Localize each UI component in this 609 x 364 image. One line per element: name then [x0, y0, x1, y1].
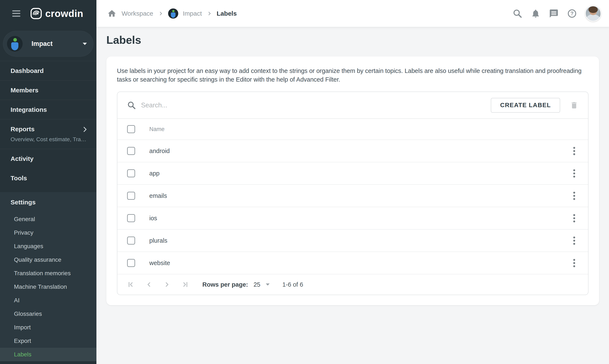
- label-row: website: [117, 252, 588, 274]
- project-name: Impact: [31, 40, 53, 48]
- sidebar-item-integrations[interactable]: Integrations: [0, 100, 96, 119]
- content: Labels Use labels in your project for an…: [96, 27, 609, 364]
- row-checkbox[interactable]: [127, 192, 135, 200]
- sidebar-item-translation-memories[interactable]: Translation memories: [0, 267, 96, 280]
- label-name: android: [149, 148, 170, 155]
- sidebar-item-subtitle: Overview, Cost estimate, Transl…: [11, 136, 88, 143]
- row-menu-icon[interactable]: [570, 145, 578, 156]
- sidebar-item-label: Integrations: [11, 106, 47, 113]
- sidebar-item-import[interactable]: Import: [0, 321, 96, 334]
- breadcrumb-project[interactable]: Impact: [183, 10, 202, 17]
- labels-card: Use labels in your project for an easy w…: [106, 56, 599, 305]
- chevron-right-icon: [158, 11, 163, 16]
- rows-per-page-value: 25: [253, 281, 260, 288]
- user-avatar[interactable]: [585, 5, 601, 22]
- breadcrumb-project-icon[interactable]: [168, 8, 178, 19]
- row-checkbox[interactable]: [127, 169, 135, 177]
- sidebar-header: crowdin: [0, 0, 96, 27]
- sidebar-item-label: Tools: [11, 175, 27, 182]
- sidebar-item-general[interactable]: General: [0, 212, 96, 226]
- settings-items: GeneralPrivacyLanguagesQuality assurance…: [0, 212, 96, 361]
- row-menu-icon[interactable]: [570, 168, 578, 179]
- previous-page-icon[interactable]: [145, 281, 152, 288]
- menu-icon[interactable]: [12, 10, 20, 17]
- home-icon[interactable]: [107, 8, 117, 19]
- sidebar-item-activity[interactable]: Activity: [0, 149, 96, 169]
- label-row: emails: [117, 184, 588, 207]
- search-input[interactable]: [141, 102, 491, 109]
- select-all-checkbox[interactable]: [127, 125, 135, 133]
- pagination-range: 1-6 of 6: [282, 281, 303, 288]
- sidebar-item-quality-assurance[interactable]: Quality assurance: [0, 253, 96, 267]
- sidebar-item-reports[interactable]: ReportsOverview, Cost estimate, Transl…: [0, 119, 96, 149]
- brand-name: crowdin: [45, 8, 83, 19]
- row-menu-icon[interactable]: [570, 235, 578, 246]
- label-row: app: [117, 162, 588, 184]
- search-icon[interactable]: [512, 8, 523, 19]
- sidebar-item-members[interactable]: Members: [0, 80, 96, 100]
- first-page-icon[interactable]: [127, 281, 134, 288]
- sidebar-settings-section: Settings GeneralPrivacyLanguagesQuality …: [0, 192, 96, 361]
- sidebar-item-label: Members: [11, 87, 39, 94]
- notifications-icon[interactable]: [530, 8, 541, 19]
- label-name: emails: [149, 192, 167, 199]
- page-title: Labels: [106, 34, 609, 46]
- label-row: android: [117, 140, 588, 162]
- pagination-nav: [127, 281, 189, 288]
- row-menu-icon[interactable]: [570, 190, 578, 201]
- sidebar-item-label: Dashboard: [11, 67, 44, 74]
- sidebar-item-labels[interactable]: Labels: [0, 348, 96, 361]
- caret-down-icon: [266, 284, 270, 286]
- sidebar-item-label: Activity: [11, 155, 33, 162]
- rows-per-page-select[interactable]: 25: [253, 281, 270, 288]
- row-checkbox[interactable]: [127, 259, 135, 267]
- next-page-icon[interactable]: [163, 281, 171, 288]
- sidebar-item-machine-translation[interactable]: Machine Translation: [0, 280, 96, 294]
- breadcrumb-workspace[interactable]: Workspace: [122, 10, 153, 17]
- topbar: Workspace Impact Labels ?: [96, 0, 609, 27]
- sidebar: crowdin Impact DashboardMembersIntegrati…: [0, 0, 96, 364]
- last-page-icon[interactable]: [182, 281, 189, 288]
- row-menu-icon[interactable]: [570, 213, 578, 224]
- main-area: Workspace Impact Labels ? Labels: [96, 0, 609, 364]
- label-row: plurals: [117, 229, 588, 252]
- label-name: plurals: [149, 237, 167, 244]
- labels-panel: CREATE LABEL Name androidappemailsiosplu…: [117, 91, 588, 295]
- breadcrumb-current: Labels: [217, 10, 237, 17]
- label-name: app: [149, 170, 159, 177]
- search-icon: [127, 101, 136, 110]
- sidebar-item-privacy[interactable]: Privacy: [0, 226, 96, 239]
- pagination: Rows per page: 25 1-6 of 6: [117, 274, 588, 295]
- topbar-actions: ?: [512, 5, 601, 22]
- messages-icon[interactable]: [549, 8, 559, 19]
- delete-icon[interactable]: [570, 101, 578, 109]
- row-checkbox[interactable]: [127, 236, 135, 245]
- row-checkbox[interactable]: [127, 214, 135, 222]
- sidebar-item-label: Reports: [11, 126, 34, 133]
- row-checkbox[interactable]: [127, 147, 135, 155]
- breadcrumb: Workspace Impact Labels: [107, 8, 237, 19]
- label-name: ios: [149, 215, 157, 222]
- sidebar-item-ai[interactable]: AI: [0, 294, 96, 307]
- labels-toolbar: CREATE LABEL: [117, 92, 588, 118]
- sidebar-item-dashboard[interactable]: Dashboard: [0, 61, 96, 80]
- row-menu-icon[interactable]: [570, 258, 578, 268]
- rows-per-page-label: Rows per page:: [202, 281, 248, 288]
- sidebar-item-export[interactable]: Export: [0, 334, 96, 348]
- label-row: ios: [117, 207, 588, 229]
- svg-text:?: ?: [570, 11, 574, 16]
- sidebar-item-settings[interactable]: Settings: [0, 192, 96, 212]
- help-icon[interactable]: ?: [567, 8, 577, 19]
- table-header: Name: [117, 118, 588, 140]
- label-name: website: [149, 260, 170, 267]
- project-selector[interactable]: Impact: [3, 31, 93, 57]
- crowdin-logo[interactable]: crowdin: [30, 8, 83, 19]
- sidebar-item-glossaries[interactable]: Glossaries: [0, 307, 96, 321]
- name-column-header: Name: [149, 126, 164, 132]
- sidebar-item-tools[interactable]: Tools: [0, 169, 96, 188]
- project-logo-icon: [7, 36, 23, 52]
- chevron-right-icon: [207, 11, 212, 16]
- create-label-button[interactable]: CREATE LABEL: [491, 98, 560, 113]
- search-field: [127, 101, 491, 110]
- sidebar-item-languages[interactable]: Languages: [0, 239, 96, 253]
